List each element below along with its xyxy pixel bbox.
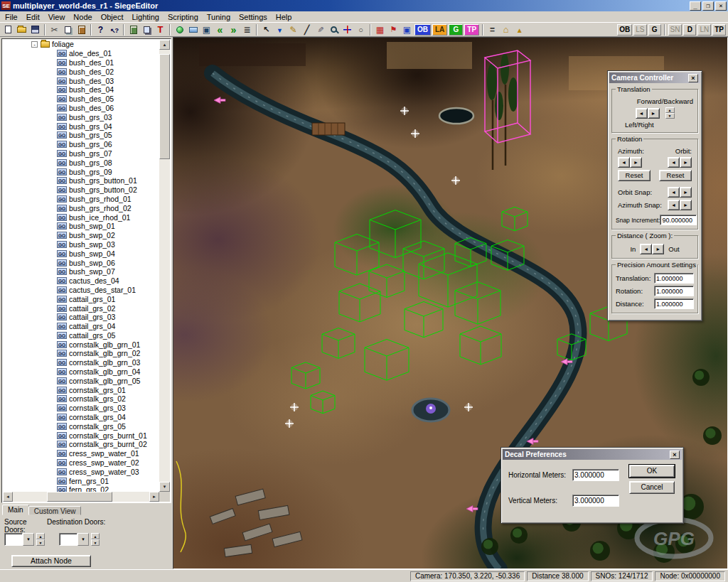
badge-LA-button[interactable]: LA <box>432 24 447 36</box>
new-file-button[interactable] <box>1 23 15 36</box>
tree-item[interactable]: GO bush_des_02 <box>3 67 159 76</box>
mode-SN-button[interactable]: SN <box>668 24 682 36</box>
mode-OB-button[interactable]: OB <box>617 24 632 36</box>
tree-item[interactable]: GO cornstalk_grs_01 <box>3 385 159 394</box>
zoom-tool-button[interactable] <box>327 23 341 36</box>
viewport-3d[interactable]: GPG Camera Controller × Translation Forw… <box>173 37 728 569</box>
close-icon[interactable]: × <box>670 451 680 459</box>
precision-input[interactable] <box>654 273 694 284</box>
vertical-scroll-thumb[interactable] <box>159 54 170 159</box>
close-icon[interactable]: × <box>688 74 698 82</box>
next-node-button[interactable] <box>227 23 240 36</box>
tree-item[interactable]: GO cattail_grs_04 <box>3 322 159 331</box>
tree-item[interactable]: GO cornstalk_grs_05 <box>3 421 159 431</box>
camera-controller-titlebar[interactable]: Camera Controller × <box>609 72 700 83</box>
node-orb-button[interactable] <box>173 23 186 36</box>
tree-item[interactable]: GO cress_swp_water_02 <box>3 458 159 468</box>
badge-G-button[interactable]: G <box>449 24 463 36</box>
lasso-tool-button[interactable] <box>354 23 368 36</box>
tab-main[interactable]: Main <box>2 505 29 515</box>
source-doors-combo[interactable] <box>4 533 45 546</box>
decal-preferences-titlebar[interactable]: Decal Preferences × <box>503 449 682 460</box>
picker-tool-button[interactable] <box>314 23 327 36</box>
azimuth-reset-button[interactable]: Reset <box>618 170 651 181</box>
flag-marker-button[interactable] <box>387 23 400 36</box>
tree-item[interactable]: GO cattail_grs_02 <box>3 303 159 313</box>
orbit-reset-button[interactable]: Reset <box>659 170 692 181</box>
spin-down-icon[interactable] <box>665 113 675 119</box>
tree-item[interactable]: GO bush_swp_07 <box>3 267 159 276</box>
tree-item[interactable]: GO bush_des_04 <box>3 85 159 95</box>
menu-item[interactable]: File <box>1 12 22 22</box>
open-file-button[interactable] <box>15 23 28 36</box>
menu-item[interactable]: Lighting <box>127 12 164 22</box>
tree-item[interactable]: GO fern_grs_02 <box>3 485 159 492</box>
zoom-in-button[interactable] <box>640 244 652 254</box>
tree-item[interactable]: GO bush_grs_rhod_01 <box>3 195 159 204</box>
tree-item[interactable]: GO cattail_grs_03 <box>3 313 159 322</box>
draw-tool-button[interactable] <box>287 23 300 36</box>
mode-G-button[interactable]: G <box>648 24 661 36</box>
tree-item[interactable]: GO bush_swp_01 <box>3 222 159 231</box>
title-bar[interactable]: SE multiplayer_world-des_r1 - SiegeEdito… <box>0 0 728 11</box>
help-button[interactable] <box>94 23 107 36</box>
context-help-button[interactable] <box>107 23 121 36</box>
azimuth-right-button[interactable] <box>630 157 642 168</box>
orbit-left-button[interactable] <box>668 157 680 168</box>
tree-item[interactable]: GO cactus_des_04 <box>3 276 159 286</box>
tree-root-folder[interactable]: - foliage <box>3 40 159 49</box>
precision-input[interactable] <box>654 286 694 296</box>
tree-item[interactable]: GO cornstalk_glb_grn_02 <box>3 349 159 358</box>
mode-TP-button[interactable]: TP <box>712 24 726 36</box>
tree-item[interactable]: GO bush_ice_rhod_01 <box>3 212 159 222</box>
azimuth-snap-left-button[interactable] <box>668 200 680 210</box>
tree-item[interactable]: GO bush_grs_09 <box>3 167 159 176</box>
tree-item[interactable]: GO cattail_grs_05 <box>3 331 159 340</box>
save-file-button[interactable] <box>28 23 42 36</box>
spin-down-icon[interactable] <box>91 539 100 546</box>
tab-custom-view[interactable]: Custom View <box>28 506 82 515</box>
scroll-left-icon[interactable] <box>3 492 13 502</box>
crosshair-tool-button[interactable] <box>341 23 354 36</box>
orbit-snap-left-button[interactable] <box>668 187 680 198</box>
tree-item[interactable]: GO bush_grs_06 <box>3 140 159 149</box>
monitor-view-button[interactable] <box>400 23 414 36</box>
badge-TP-button[interactable]: TP <box>464 24 479 36</box>
tree-item[interactable]: GO cornstalk_grs_burnt_02 <box>3 440 159 449</box>
tree-item[interactable]: GO fern_grs_01 <box>3 476 159 485</box>
paste-button[interactable] <box>75 23 88 36</box>
precision-input[interactable] <box>654 298 694 309</box>
orbit-right-button[interactable] <box>680 157 692 168</box>
azimuth-snap-right-button[interactable] <box>680 200 692 210</box>
node-tree[interactable]: - foliage GO aloe_des_01 GO bush_de <box>1 38 171 503</box>
tree-item[interactable]: GO bush_des_03 <box>3 76 159 85</box>
prev-node-button[interactable] <box>213 23 227 36</box>
tree-item[interactable]: GO cornstalk_glb_grn_03 <box>3 358 159 367</box>
tree-item[interactable]: GO aloe_des_01 <box>3 49 159 58</box>
select-tool-button[interactable] <box>259 23 273 36</box>
tree-item[interactable]: GO bush_swp_06 <box>3 258 159 267</box>
text-decal-button[interactable] <box>154 23 167 36</box>
zoom-out-button[interactable] <box>652 244 664 254</box>
equals-button[interactable] <box>486 23 499 36</box>
orbit-snap-right-button[interactable] <box>680 187 692 198</box>
dropdown-arrow-icon[interactable] <box>23 533 34 546</box>
mode-LN-button[interactable]: LN <box>697 24 711 36</box>
scroll-up-icon[interactable] <box>159 40 170 50</box>
tree-item[interactable]: GO cattail_grs_01 <box>3 294 159 303</box>
collapse-expander-icon[interactable]: - <box>31 41 38 48</box>
badge-OB-button[interactable]: OB <box>414 24 431 36</box>
translate-right-button[interactable] <box>648 108 660 119</box>
tree-horizontal-scrollbar[interactable] <box>3 492 159 502</box>
tree-item[interactable]: GO cornstalk_grs_02 <box>3 394 159 404</box>
tree-item[interactable]: GO bush_des_01 <box>3 58 159 68</box>
tree-item[interactable]: GO bush_swp_04 <box>3 249 159 258</box>
menu-item[interactable]: Settings <box>235 12 272 22</box>
menu-item[interactable]: Object <box>97 12 128 22</box>
attach-node-button[interactable]: Attach Node <box>11 555 91 567</box>
source-doors-spinner[interactable] <box>36 533 45 546</box>
spin-down-icon[interactable] <box>36 539 45 546</box>
minimize-button[interactable]: _ <box>690 1 701 11</box>
grid-toggle-button[interactable] <box>373 23 387 36</box>
spin-up-icon[interactable] <box>36 533 45 539</box>
